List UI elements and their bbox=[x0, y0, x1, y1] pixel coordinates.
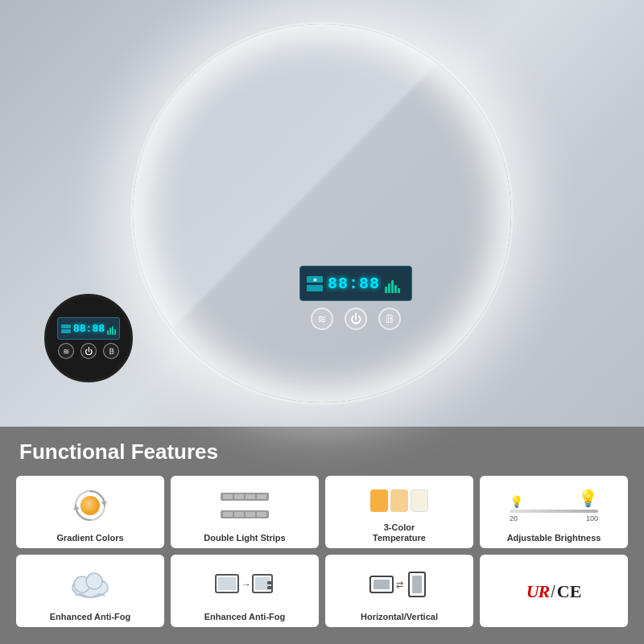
feature-card-adjustable-brightness: 💡 💡 20 100 Adjustable Brightness bbox=[480, 476, 628, 548]
small-display: 88:88 bbox=[57, 317, 120, 340]
svg-point-1 bbox=[80, 496, 100, 515]
sbar2 bbox=[109, 328, 111, 335]
brightness-wrapper: 💡 💡 20 100 bbox=[510, 489, 598, 522]
color-temp-swatches bbox=[370, 489, 428, 512]
heat-button[interactable]: ≋ bbox=[311, 308, 333, 330]
gradient-colors-svg bbox=[70, 485, 110, 526]
orientation-icon: ⇄ bbox=[367, 561, 431, 609]
display-left: ▣ bbox=[307, 276, 323, 291]
orientation-svg: ⇄ bbox=[367, 567, 431, 602]
color-temperature-icon bbox=[370, 482, 428, 519]
brightness-max-label: 100 bbox=[586, 514, 598, 522]
svg-text:⇄: ⇄ bbox=[396, 580, 403, 589]
ul-ce-wrapper: UR / CE bbox=[526, 581, 582, 602]
svg-rect-10 bbox=[223, 512, 233, 517]
svg-point-16 bbox=[86, 573, 102, 589]
brightness-bulb-large: 💡 bbox=[578, 489, 598, 508]
brightness-track bbox=[510, 510, 598, 513]
brightness-labels-row: 20 100 bbox=[510, 514, 598, 522]
features-grid: Gradient Colors bbox=[16, 476, 628, 627]
bar3 bbox=[391, 280, 394, 293]
control-buttons: ≋ ⏻ 𝔹 bbox=[311, 308, 401, 330]
svg-rect-13 bbox=[257, 512, 266, 517]
ul-text: UR bbox=[526, 581, 550, 602]
bar4 bbox=[394, 285, 397, 293]
ul-logo-group: UR bbox=[526, 581, 550, 602]
display-small-bottom bbox=[307, 285, 323, 291]
svg-rect-5 bbox=[223, 494, 233, 499]
ce-text: CE bbox=[557, 581, 582, 602]
swatch-cool bbox=[411, 489, 428, 512]
bluetooth-button[interactable]: 𝔹 bbox=[378, 308, 401, 330]
color-temp-line1: 3-Color bbox=[384, 522, 415, 532]
sbar1 bbox=[107, 330, 109, 335]
feature-card-double-light-strips: Double Light Strips bbox=[171, 476, 319, 548]
double-light-strips-label: Double Light Strips bbox=[204, 533, 285, 543]
small-heat-button[interactable]: ≋ bbox=[58, 343, 74, 359]
sbar4 bbox=[114, 329, 116, 335]
color-temperature-label: 3-Color Temperature bbox=[373, 522, 426, 543]
small-circle-inset: 88:88 ≋ ⏻ 𝔹 bbox=[44, 294, 133, 382]
double-light-strips-svg bbox=[217, 488, 273, 523]
swatch-neutral bbox=[390, 489, 408, 512]
brightness-icons-row: 💡 💡 bbox=[510, 489, 598, 508]
adjustable-brightness-label: Adjustable Brightness bbox=[507, 533, 601, 543]
svg-rect-18 bbox=[218, 577, 236, 590]
sbar3 bbox=[112, 326, 114, 335]
bar1 bbox=[385, 287, 387, 293]
svg-rect-23 bbox=[267, 586, 272, 589]
mirror-control-panel: ▣ 88:88 ≋ ⏻ 𝔹 bbox=[299, 266, 412, 330]
svg-rect-12 bbox=[246, 512, 255, 517]
features-title: Functional Features bbox=[16, 440, 628, 464]
bar5 bbox=[398, 288, 400, 293]
anti-fog-plug-svg: → bbox=[213, 567, 277, 602]
display-small-top: ▣ bbox=[307, 276, 323, 283]
swatch-warm bbox=[370, 489, 388, 512]
double-light-strips-icon bbox=[217, 482, 273, 530]
color-temp-line2: Temperature bbox=[373, 533, 426, 543]
adjustable-brightness-icon: 💡 💡 20 100 bbox=[510, 482, 598, 530]
small-display-left bbox=[61, 324, 71, 333]
power-button[interactable]: ⏻ bbox=[345, 308, 367, 330]
small-clock: 88:88 bbox=[73, 323, 105, 335]
display-bars bbox=[385, 274, 400, 293]
anti-fog-plug-icon: → bbox=[213, 561, 277, 609]
clock-display: 88:88 bbox=[328, 275, 380, 293]
orientation-label: Horizontal/Vertical bbox=[361, 612, 438, 622]
slash-symbol: / bbox=[551, 583, 555, 601]
ul-ce-icon: UR / CE bbox=[526, 561, 582, 622]
svg-rect-22 bbox=[267, 581, 272, 584]
svg-text:→: → bbox=[242, 579, 251, 590]
svg-rect-8 bbox=[257, 494, 266, 499]
small-buttons: ≋ ⏻ 𝔹 bbox=[58, 343, 119, 359]
feature-card-anti-fog-1: Enhanced Anti-Fog bbox=[16, 555, 164, 627]
feature-card-color-temperature: 3-Color Temperature bbox=[325, 476, 473, 548]
feature-card-anti-fog-2: → Enhanced Anti-Fog bbox=[171, 555, 319, 627]
small-bt-button[interactable]: 𝔹 bbox=[103, 343, 119, 359]
anti-fog-1-label: Enhanced Anti-Fog bbox=[50, 612, 130, 622]
mirror-section: ▣ 88:88 ≋ ⏻ 𝔹 bbox=[0, 0, 644, 427]
small-indicator-bottom bbox=[61, 329, 71, 333]
gradient-colors-icon bbox=[70, 482, 110, 530]
small-bars bbox=[107, 322, 116, 335]
anti-fog-cloud-icon bbox=[66, 561, 114, 609]
small-power-button[interactable]: ⏻ bbox=[80, 343, 97, 359]
svg-rect-7 bbox=[246, 494, 255, 499]
svg-rect-6 bbox=[234, 494, 244, 499]
svg-rect-11 bbox=[234, 512, 244, 517]
svg-rect-25 bbox=[374, 580, 390, 589]
brightness-min-label: 20 bbox=[510, 514, 518, 522]
feature-card-horizontal-vertical: ⇄ Horizontal/Vertical bbox=[325, 555, 473, 627]
feature-card-ul-ce: UR / CE bbox=[480, 555, 628, 627]
anti-fog-2-label: Enhanced Anti-Fog bbox=[204, 612, 285, 622]
svg-rect-28 bbox=[412, 576, 422, 593]
features-section: Functional Features bbox=[0, 427, 644, 644]
mirror-display: ▣ 88:88 bbox=[299, 266, 412, 301]
brightness-bulb-small: 💡 bbox=[510, 495, 523, 508]
bar2 bbox=[388, 283, 390, 293]
mirror-circle: ▣ 88:88 ≋ ⏻ 𝔹 bbox=[133, 24, 511, 402]
small-indicator-top bbox=[61, 324, 71, 328]
feature-card-gradient-colors: Gradient Colors bbox=[16, 476, 164, 548]
gradient-colors-label: Gradient Colors bbox=[56, 533, 123, 543]
mirror-glow bbox=[133, 24, 511, 402]
